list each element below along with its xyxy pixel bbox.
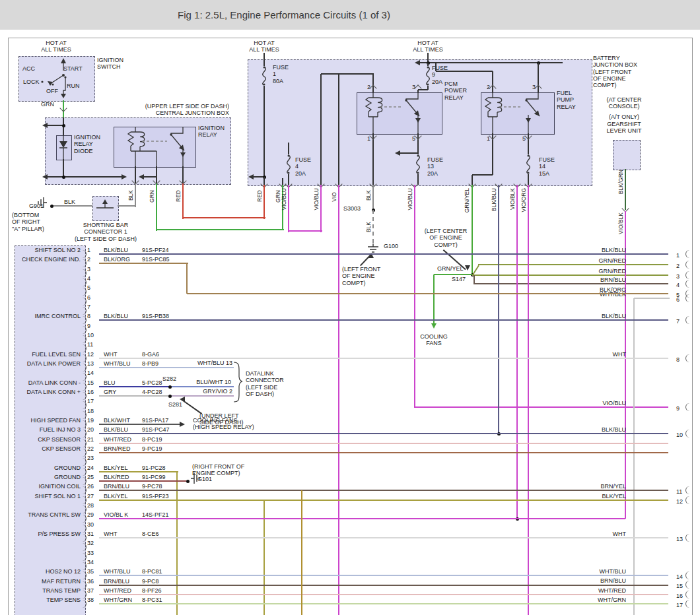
- pin-number: 35: [87, 568, 94, 575]
- right-pin-bracket: [685, 261, 691, 269]
- pin-wire-color: BLK/YEL: [104, 465, 128, 471]
- wire-segment: [157, 229, 284, 230]
- wire-segment: [320, 74, 322, 185]
- pin-number: 5: [87, 284, 90, 291]
- pin-circuit-label: HOS2 NO 12: [16, 568, 81, 575]
- fuse-1-label: FUSE 1 80A: [273, 64, 289, 84]
- arrowhead: [415, 60, 420, 65]
- pin-circuit-label: MAF RETURN: [16, 578, 81, 585]
- pin-circuit-label: CKP SENSOR: [16, 445, 81, 452]
- wire-segment: [99, 443, 668, 444]
- wire-segment: [338, 74, 339, 185]
- wire-segment: [99, 594, 668, 595]
- pcm-power-relay-label: PCM POWER RELAY: [444, 81, 467, 101]
- fuse-icon: [260, 66, 269, 86]
- junction-dot: [168, 385, 172, 389]
- blk-wire-label: BLK: [64, 199, 75, 205]
- pin-circuit-number: 91S-PB38: [142, 313, 169, 319]
- junction-dot: [168, 395, 172, 398]
- right-pin-bracket: [685, 571, 691, 579]
- wiring-diagram-page: Fig 1: 2.5L, Engine Performance Circuits…: [0, 0, 700, 615]
- wire-segment: [99, 433, 668, 434]
- pin-circuit-number: 8-PC81: [142, 568, 162, 575]
- pin-circuit-label: FUEL LEVEL SEN: [16, 351, 81, 358]
- right-pin-bracket: [685, 581, 691, 589]
- pin-number: 29: [87, 511, 94, 518]
- s282-label: S282: [162, 375, 176, 382]
- right-pin-bracket: [685, 486, 691, 494]
- pin-circuit-label: DATA LINK CONN +: [16, 389, 81, 395]
- connector-chevron: [59, 104, 67, 112]
- wire-segment: [634, 298, 670, 299]
- pin-wire-color: BLK/WHT: [104, 417, 130, 424]
- wire-segment: [118, 205, 135, 207]
- wire-segment: [338, 185, 339, 615]
- central-junction-label: CENTRAL JUNCTION BOX: [135, 110, 229, 116]
- junction-dot: [50, 205, 53, 208]
- pin-number: 4: [87, 275, 90, 282]
- pin-number: 32: [87, 540, 94, 546]
- right-pin-number: 13: [676, 536, 683, 542]
- datalink-pin13-label: WHT/BLU 13: [193, 360, 232, 366]
- fuse-icon: [284, 154, 293, 174]
- wire-segment: [289, 230, 322, 232]
- right-pin-wire-color: WHT/BLK: [573, 291, 626, 298]
- wire-color-label: GRN/YEL: [464, 188, 470, 212]
- pin-circuit-label: TRANS TEMP: [16, 587, 81, 594]
- g901-location-label: (BOTTOM OF RIGHT "A" PILLAR): [12, 212, 44, 232]
- pin-wire-color: BLU: [104, 379, 116, 386]
- pin-number: 30: [87, 521, 94, 528]
- s147-label: S147: [452, 276, 466, 282]
- right-pin-wire-color: BRN/YEL: [573, 483, 626, 490]
- wire-color-label: VIO/BLU: [407, 188, 413, 210]
- wire-segment: [99, 395, 171, 397]
- wire-segment: [99, 367, 234, 368]
- wire-segment: [182, 183, 184, 219]
- right-pin-bracket: [685, 430, 691, 437]
- right-pin-number: 3: [676, 273, 680, 280]
- relay-internals: [357, 92, 441, 133]
- wire-color-label: BLK: [127, 190, 134, 201]
- right-pin-wire-color: WHT/BLU: [573, 568, 626, 575]
- pin-number: 17: [87, 398, 94, 405]
- wire-segment: [99, 585, 668, 586]
- fuse-icon: [524, 154, 533, 174]
- pin-circuit-number: 8-PC19: [142, 436, 162, 443]
- wire-segment: [263, 86, 265, 177]
- pin-circuit-number: 9-PC19: [142, 445, 162, 452]
- pin-number: 16: [87, 389, 94, 395]
- hot-label-2: HOT AT ALL TIMES: [239, 40, 289, 53]
- wire-color-label: VIO: [331, 192, 337, 202]
- arrowhead: [42, 174, 48, 179]
- pin-number: 3: [87, 266, 90, 273]
- under-left-dash-label: (UNDER LEFT SIDE OF DASH): [199, 412, 244, 426]
- junction-dot: [62, 176, 65, 179]
- wire-segment: [263, 59, 265, 66]
- pin-wire-color: WHT: [104, 351, 118, 358]
- pin-number: 1: [87, 247, 90, 253]
- wire-color-label: BLK/GRN: [617, 170, 624, 194]
- junction-dot: [186, 480, 190, 483]
- pin-circuit-number: 91S-PF23: [142, 493, 169, 500]
- pin-wire-color: BLK/BLU: [104, 426, 128, 433]
- pin-circuit-number: 91-PC28: [142, 465, 166, 471]
- wire-segment: [416, 62, 563, 63]
- fuse-14-label: FUSE 14 15A: [539, 156, 555, 177]
- right-pin-bracket: [685, 250, 691, 258]
- wire-segment: [99, 518, 625, 519]
- arrowhead: [180, 422, 185, 427]
- pin-number: 33: [87, 550, 94, 556]
- fuse-icon: [413, 154, 423, 174]
- arrowhead: [431, 323, 437, 329]
- pin-circuit-number: 9-PC78: [142, 483, 162, 490]
- pin-wire-color: WHT: [104, 531, 118, 537]
- pin-number: 18: [87, 408, 94, 414]
- g901-ground-icon: [34, 198, 50, 208]
- right-pin-bracket: [685, 354, 691, 362]
- wire-color-label: RED: [175, 190, 182, 202]
- wire-segment: [99, 452, 668, 453]
- pin-wire-color: WHT/RED: [104, 436, 131, 443]
- pin-number: 21: [87, 436, 94, 443]
- right-pin-wire-color: BRN/BLU: [573, 276, 626, 283]
- datalink-pin2-label: GRY/VIO 2: [193, 388, 232, 395]
